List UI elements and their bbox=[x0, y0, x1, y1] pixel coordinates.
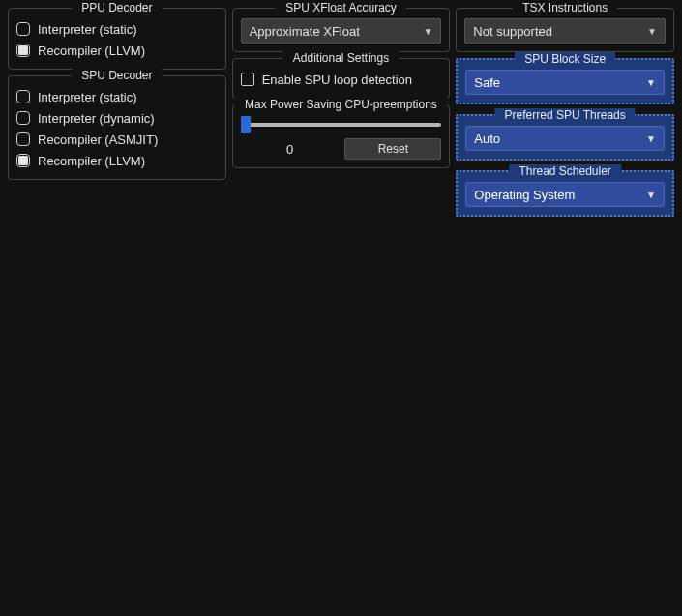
chevron-down-icon: ▼ bbox=[647, 26, 657, 37]
select-value: Approximate XFloat bbox=[250, 24, 360, 39]
xfloat-accuracy-group: SPU XFloat Accuracy Approximate XFloat ▼ bbox=[232, 8, 451, 52]
spu-threads-title: Preferred SPU Threads bbox=[495, 108, 636, 122]
select-value: Safe bbox=[474, 75, 500, 90]
radio-icon bbox=[16, 90, 30, 103]
xfloat-title: SPU XFloat Accuracy bbox=[276, 1, 406, 15]
preemptions-reset-button[interactable]: Reset bbox=[344, 138, 441, 160]
spu-decoder-option[interactable]: Interpreter (dynamic) bbox=[16, 107, 218, 129]
option-label: Interpreter (static) bbox=[38, 22, 137, 37]
radio-icon bbox=[16, 111, 30, 125]
preemptions-group: Max Power Saving CPU-preemptions 0 Reset bbox=[232, 104, 451, 168]
spu-decoder-option[interactable]: Interpreter (static) bbox=[16, 86, 218, 107]
spu-decoder-option[interactable]: Recompiler (ASMJIT) bbox=[16, 129, 218, 150]
option-label: Interpreter (dynamic) bbox=[38, 111, 155, 126]
spu-decoder-group: SPU Decoder Interpreter (static) Interpr… bbox=[8, 75, 226, 180]
ppu-decoder-option[interactable]: Recompiler (LLVM) bbox=[16, 40, 218, 61]
option-label: Interpreter (static) bbox=[38, 90, 137, 104]
preemptions-value: 0 bbox=[241, 142, 340, 157]
chevron-down-icon: ▼ bbox=[646, 190, 656, 200]
ppu-decoder-title: PPU Decoder bbox=[72, 1, 162, 15]
option-label: Recompiler (LLVM) bbox=[38, 154, 145, 168]
highlighted-group-container: SPU Block Size Safe ▼ Preferred SPU Thre… bbox=[456, 58, 674, 217]
select-value: Auto bbox=[474, 132, 500, 146]
radio-icon bbox=[16, 22, 30, 36]
spu-decoder-option[interactable]: Recompiler (LLVM) bbox=[16, 150, 218, 171]
preemptions-slider[interactable] bbox=[241, 123, 442, 127]
radio-icon bbox=[16, 154, 30, 167]
option-label: Recompiler (LLVM) bbox=[38, 44, 145, 58]
radio-icon bbox=[16, 132, 30, 146]
xfloat-select[interactable]: Approximate XFloat ▼ bbox=[241, 18, 442, 44]
tsx-select[interactable]: Not supported ▼ bbox=[464, 18, 666, 44]
slider-thumb-icon[interactable] bbox=[241, 116, 251, 133]
option-label: Recompiler (ASMJIT) bbox=[38, 132, 158, 147]
ppu-decoder-option[interactable]: Interpreter (static) bbox=[16, 18, 218, 40]
tsx-instructions-group: TSX Instructions Not supported ▼ bbox=[456, 8, 674, 52]
additional-title: Additional Settings bbox=[283, 51, 399, 65]
chevron-down-icon: ▼ bbox=[646, 133, 656, 144]
thread-scheduler-group: Thread Scheduler Operating System ▼ bbox=[456, 170, 674, 217]
radio-icon bbox=[16, 44, 30, 57]
chevron-down-icon: ▼ bbox=[423, 26, 432, 37]
scheduler-title: Thread Scheduler bbox=[509, 164, 620, 178]
select-value: Operating System bbox=[474, 188, 575, 202]
checkbox-icon bbox=[241, 73, 254, 86]
block-size-select[interactable]: Safe ▼ bbox=[465, 70, 665, 95]
spu-block-size-group: SPU Block Size Safe ▼ bbox=[456, 58, 674, 104]
tsx-title: TSX Instructions bbox=[513, 1, 617, 15]
additional-settings-group: Additional Settings Enable SPU loop dete… bbox=[232, 58, 451, 99]
ppu-decoder-group: PPU Decoder Interpreter (static) Recompi… bbox=[8, 8, 226, 70]
checkbox-label: Enable SPU loop detection bbox=[262, 73, 412, 87]
spu-decoder-title: SPU Decoder bbox=[72, 69, 162, 82]
spu-threads-select[interactable]: Auto ▼ bbox=[465, 126, 665, 151]
chevron-down-icon: ▼ bbox=[646, 77, 656, 88]
preferred-spu-threads-group: Preferred SPU Threads Auto ▼ bbox=[456, 114, 674, 161]
scheduler-select[interactable]: Operating System ▼ bbox=[465, 182, 665, 207]
preemptions-title: Max Power Saving CPU-preemptions bbox=[235, 98, 447, 111]
block-size-title: SPU Block Size bbox=[515, 52, 615, 66]
select-value: Not supported bbox=[473, 24, 552, 39]
enable-spu-loop-detection-checkbox[interactable]: Enable SPU loop detection bbox=[241, 69, 442, 90]
